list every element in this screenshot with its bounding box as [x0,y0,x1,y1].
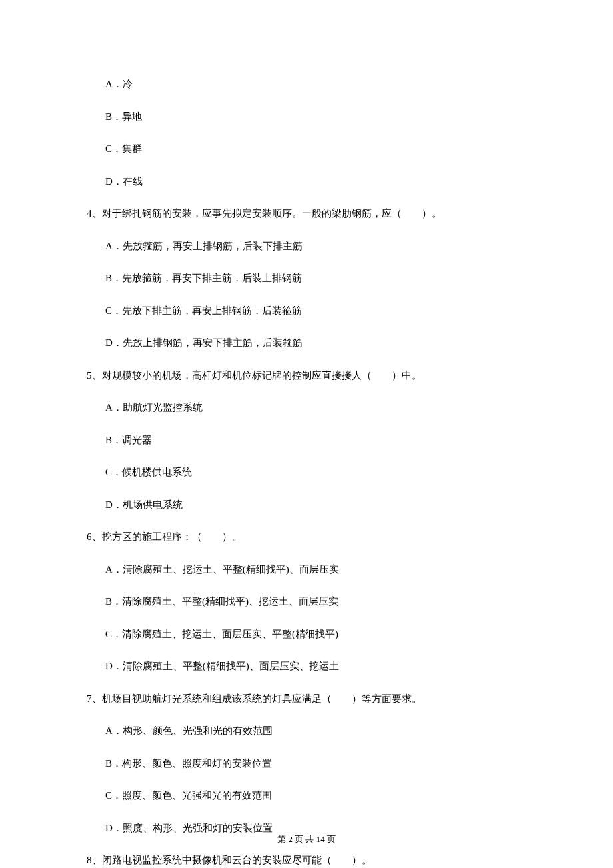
q3-option-b: B．异地 [105,109,533,125]
q6-text: 6、挖方区的施工程序：（ ）。 [87,529,533,545]
q5-option-b: B．调光器 [105,433,533,448]
q3-option-c: C．集群 [105,141,533,157]
q6-option-b: B．清除腐殖土、平整(精细找平)、挖运土、面层压实 [105,594,533,609]
q5-text: 5、对规模较小的机场，高杆灯和机位标记牌的控制应直接接人（ ）中。 [87,368,533,383]
q4-text: 4、对于绑扎钢筋的安装，应事先拟定安装顺序。一般的梁肋钢筋，应（ ）。 [87,206,533,221]
q5-option-c: C．候机楼供电系统 [105,465,533,480]
q7-option-c: C．照度、颜色、光强和光的有效范围 [105,788,533,803]
q6-option-d: D．清除腐殖土、平整(精细找平)、面层压实、挖运土 [105,659,533,674]
q4-option-d: D．先放上排钢筋，再安下排主筋，后装箍筋 [105,335,533,351]
q7-option-b: B．构形、颜色、照度和灯的安装位置 [105,756,533,771]
q7-option-a: A．构形、颜色、光强和光的有效范围 [105,723,533,739]
q3-option-a: A．冷 [105,77,533,92]
q4-option-a: A．先放箍筋，再安上排钢筋，后装下排主筋 [105,239,533,254]
q3-option-d: D．在线 [105,174,533,189]
q7-text: 7、机场目视助航灯光系统和组成该系统的灯具应满足（ ）等方面要求。 [87,691,533,707]
q5-option-a: A．助航灯光监控系统 [105,400,533,415]
q8-text: 8、闭路电视监控系统中摄像机和云台的安装应尽可能（ ）。 [87,853,533,868]
q5-option-d: D．机场供电系统 [105,497,533,513]
page: A．冷 B．异地 C．集群 D．在线 4、对于绑扎钢筋的安装，应事先拟定安装顺序… [0,0,613,868]
q6-option-a: A．清除腐殖土、挖运土、平整(精细找平)、面层压实 [105,562,533,577]
q4-option-b: B．先放箍筋，再安下排主筋，后装上排钢筋 [105,271,533,286]
q6-option-c: C．清除腐殖土、挖运土、面层压实、平整(精细找平) [105,627,533,642]
q4-option-c: C．先放下排主筋，再安上排钢筋，后装箍筋 [105,303,533,319]
page-footer: 第 2 页 共 14 页 [0,833,613,846]
